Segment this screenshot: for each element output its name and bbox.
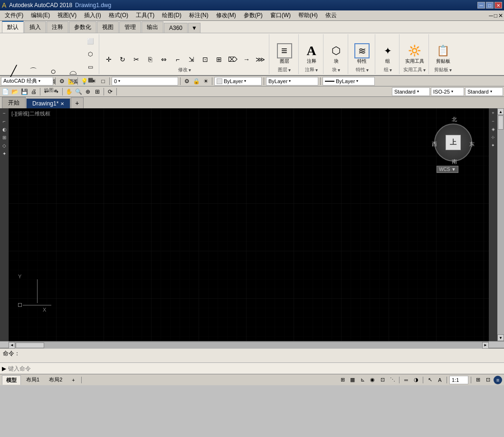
left-tool-3[interactable]: ◐	[0, 125, 8, 133]
new-icon[interactable]: 📄	[1, 87, 10, 96]
rt-5[interactable]: ✦	[489, 142, 497, 149]
scale-dropdown[interactable]: 1:1	[449, 376, 468, 384]
lineweight-dropdown[interactable]: ByLayer ▾	[323, 77, 375, 86]
menu-edit[interactable]: 编辑(E)	[27, 10, 54, 20]
tab-a360[interactable]: A360	[164, 23, 188, 33]
tab-view[interactable]: 视图	[97, 21, 119, 33]
undo-icon[interactable]: ↩	[42, 87, 51, 96]
rt-4[interactable]: ⊹	[489, 133, 497, 141]
fillet-btn[interactable]: ⌐	[171, 53, 184, 66]
otrack-icon[interactable]: ⋱	[388, 376, 397, 384]
stretch-btn[interactable]: ⇲	[185, 53, 198, 66]
tab-drawing1-close[interactable]: ✕	[60, 101, 64, 106]
workspace-toggle[interactable]: ⊞	[474, 376, 482, 384]
customiz-icon[interactable]: ≡	[494, 376, 502, 384]
redo-icon[interactable]: ↪	[52, 87, 60, 96]
layer-btn[interactable]: ≡ 图层	[275, 42, 294, 66]
bulb-icon[interactable]: 💡	[80, 77, 88, 86]
tab-output[interactable]: 输出	[142, 21, 163, 33]
rt-1[interactable]: +	[489, 109, 497, 117]
print-icon[interactable]: 🖨	[29, 87, 38, 96]
layout2-tab[interactable]: 布局2	[45, 375, 67, 385]
compass-wcs[interactable]: WCS ▼	[437, 166, 458, 173]
restore-button[interactable]: □	[486, 2, 494, 9]
orbit-icon[interactable]: ⟳	[106, 87, 114, 96]
menu-window[interactable]: 窗口(W)	[266, 10, 295, 20]
tab-manage[interactable]: 管理	[119, 21, 141, 33]
menu-help[interactable]: 帮助(H)	[295, 10, 322, 20]
sun-icon[interactable]: ☀	[89, 77, 98, 86]
menu-format[interactable]: 格式(O)	[105, 10, 132, 20]
tab-parametric[interactable]: 参数化	[69, 21, 96, 33]
grid-icon[interactable]: ▦	[348, 376, 357, 384]
app-restore-btn[interactable]: □	[494, 12, 497, 19]
properties-btn[interactable]: ≋ 特性	[352, 42, 371, 66]
polar-icon[interactable]: ◉	[368, 376, 377, 384]
menu-annotate[interactable]: 标注(N)	[185, 10, 212, 20]
scale-btn[interactable]: ⊡	[199, 53, 212, 66]
rt-2[interactable]: −	[489, 117, 497, 125]
menu-insert[interactable]: 插入(I)	[80, 10, 105, 20]
ortho-icon[interactable]: ⊾	[358, 376, 367, 384]
erase-btn[interactable]: ⌦	[226, 53, 239, 66]
group-btn[interactable]: ✦ 组	[378, 42, 397, 66]
draw-poly-btn[interactable]: ⬡	[84, 48, 97, 60]
model-tab[interactable]: 模型	[2, 375, 21, 385]
tablestyle-dropdown[interactable]: Standard ▾	[465, 87, 503, 96]
command-input-field[interactable]	[8, 365, 502, 372]
save-icon[interactable]: 💾	[20, 87, 29, 96]
scroll-down-btn[interactable]: ▼	[497, 334, 504, 341]
menu-cloud[interactable]: 依云	[322, 10, 341, 20]
clipboard-dropdown-arrow[interactable]: ▾	[449, 67, 452, 73]
array-btn[interactable]: ⊞	[212, 53, 226, 66]
layer-mgr-icon2[interactable]: 🔒	[192, 77, 200, 86]
selection-icon[interactable]: ↖	[426, 376, 434, 384]
left-tool-1[interactable]: −	[0, 109, 8, 117]
box-icon[interactable]: □	[99, 77, 107, 86]
trim-btn[interactable]: ✂	[130, 53, 143, 66]
tab-add-btn[interactable]: +	[71, 97, 83, 108]
menu-file[interactable]: 文件(F)	[1, 10, 27, 20]
extend-btn[interactable]: →	[240, 53, 253, 66]
open-icon[interactable]: 📂	[10, 87, 19, 96]
move-btn[interactable]: ✛	[102, 53, 115, 66]
zoom-window-icon[interactable]: ⊕	[84, 87, 92, 96]
tools-icon[interactable]: 📐	[67, 77, 76, 86]
menu-draw[interactable]: 绘图(D)	[158, 10, 185, 20]
block-dropdown-arrow[interactable]: ▾	[338, 67, 340, 73]
linetype-dropdown[interactable]: ByLayer ▾	[266, 77, 318, 86]
annotate-dropdown-arrow[interactable]: ▾	[315, 67, 318, 73]
group-dropdown-arrow[interactable]: ▾	[390, 67, 392, 73]
props-dropdown-arrow[interactable]: ▾	[366, 67, 369, 73]
modify-dropdown-arrow[interactable]: ▾	[189, 67, 191, 73]
clipboard-btn[interactable]: 📋 剪贴板	[434, 42, 453, 66]
rotate-btn[interactable]: ↻	[116, 53, 129, 66]
lineweight-toggle[interactable]: ═	[402, 376, 410, 384]
layer-select-dropdown[interactable]: 0 ▾	[112, 77, 178, 86]
menu-tools[interactable]: 工具(T)	[132, 10, 158, 20]
pan-icon[interactable]: ✋	[65, 87, 73, 96]
scroll-right-btn[interactable]: ►	[482, 342, 489, 349]
block-btn[interactable]: ⬡ 块	[327, 42, 346, 66]
layer-mgr-icon3[interactable]: ☀	[201, 77, 210, 86]
scroll-thumb-h[interactable]	[16, 342, 44, 348]
draw-more-btn[interactable]: ⬜	[84, 35, 97, 48]
scroll-left-btn[interactable]: ◄	[9, 342, 15, 349]
left-tool-6[interactable]: ✦	[0, 150, 8, 157]
left-tool-2[interactable]: ⌐	[0, 117, 8, 125]
tab-default[interactable]: 默认	[2, 21, 24, 33]
close-button[interactable]: ✕	[494, 2, 502, 9]
tab-annotate[interactable]: 注释	[47, 21, 68, 33]
tab-insert[interactable]: 插入	[24, 21, 46, 33]
left-tool-5[interactable]: ◇	[0, 142, 8, 149]
utilities-dropdown-arrow[interactable]: ▾	[423, 67, 426, 73]
dimstyle-dropdown[interactable]: ISO-25 ▾	[431, 87, 464, 96]
menu-modify[interactable]: 修改(M)	[212, 10, 240, 20]
menu-view[interactable]: 视图(V)	[54, 10, 80, 20]
transparency-toggle[interactable]: ◑	[412, 376, 420, 384]
zoom-icon[interactable]: 🔍	[74, 87, 83, 96]
menu-params[interactable]: 参数(P)	[240, 10, 266, 20]
mirror-btn[interactable]: ⇔	[157, 53, 171, 66]
draw-rect-btn[interactable]: ▭	[84, 61, 97, 73]
utilities-btn[interactable]: 🔆 实用工具	[403, 42, 426, 66]
